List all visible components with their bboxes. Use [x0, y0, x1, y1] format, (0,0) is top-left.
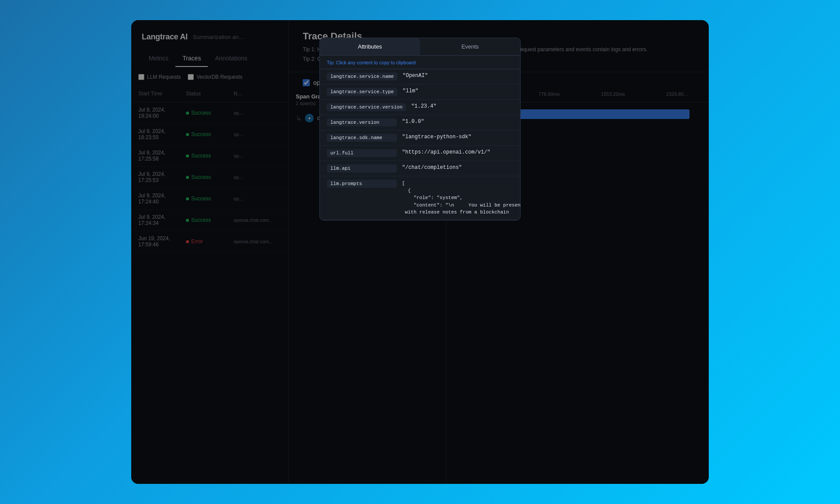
attr-value[interactable]: "langtrace-python-sdk": [402, 134, 513, 140]
attr-row[interactable]: langtrace.service.name "OpenAI": [320, 69, 520, 84]
attr-key: url.full: [327, 149, 397, 157]
attr-key: langtrace.service.name: [327, 73, 397, 80]
attr-value[interactable]: "https://api.openai.com/v1/": [402, 149, 513, 155]
attr-row[interactable]: url.full "https://api.openai.com/v1/": [320, 146, 520, 161]
attr-row[interactable]: llm.prompts [ { "role": "system", "conte…: [320, 176, 520, 220]
attr-row[interactable]: langtrace.service.version "1.23.4": [320, 100, 520, 115]
main-content: Trace Details Tip 1: Hover over any span…: [289, 20, 709, 484]
attr-key: llm.prompts: [327, 180, 397, 188]
popup: Attributes Events Tip: Click any content…: [319, 38, 521, 220]
popup-tip: Tip: Click any content to copy to clipbo…: [320, 56, 520, 69]
popup-tab-events[interactable]: Events: [420, 38, 520, 55]
attr-value[interactable]: [ { "role": "system", "content": "\n You…: [402, 180, 520, 216]
attr-value[interactable]: "/chat/completions": [402, 164, 513, 171]
attr-table: langtrace.service.name "OpenAI" langtrac…: [320, 69, 520, 220]
attr-key: langtrace.version: [327, 119, 397, 126]
attr-row[interactable]: langtrace.service.type "llm": [320, 84, 520, 100]
attr-value[interactable]: "1.0.0": [402, 119, 513, 125]
attr-row[interactable]: langtrace.sdk.name "langtrace-python-sdk…: [320, 130, 520, 146]
attr-row[interactable]: llm.api "/chat/completions": [320, 161, 520, 176]
attr-row[interactable]: langtrace.version "1.0.0": [320, 115, 520, 130]
attr-key: llm.api: [327, 164, 397, 172]
popup-tabs: Attributes Events: [320, 38, 520, 56]
popup-overlay: Attributes Events Tip: Click any content…: [289, 20, 709, 484]
popup-tab-attributes[interactable]: Attributes: [320, 38, 420, 55]
attr-value[interactable]: "llm": [402, 88, 513, 94]
attr-key: langtrace.service.type: [327, 88, 397, 96]
attr-key: langtrace.sdk.name: [327, 134, 397, 142]
attr-key: langtrace.service.version: [327, 103, 406, 111]
attr-value[interactable]: "OpenAI": [402, 73, 513, 79]
attr-value[interactable]: "1.23.4": [411, 103, 513, 109]
